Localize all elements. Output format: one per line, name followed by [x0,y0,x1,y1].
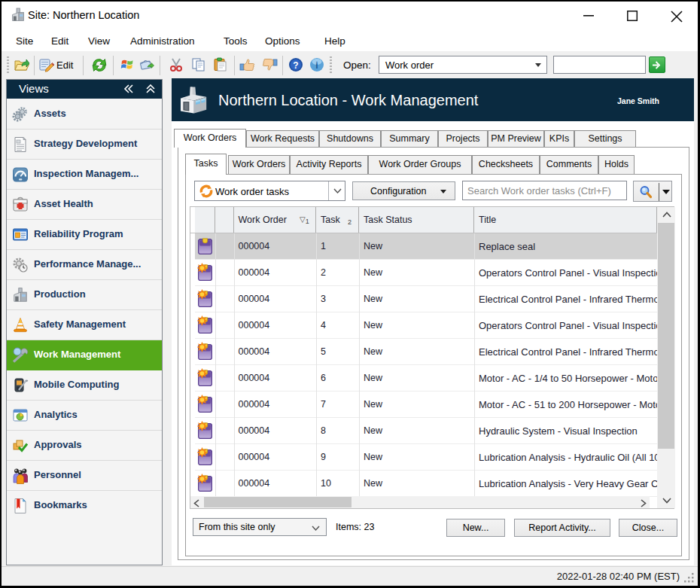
svg-text:i: i [315,60,318,71]
svg-text:?: ? [293,60,298,71]
